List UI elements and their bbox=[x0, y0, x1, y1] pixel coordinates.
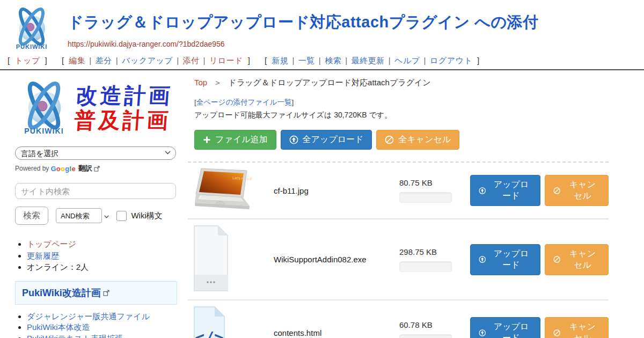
nav-item-search[interactable]: 検索 bbox=[325, 56, 341, 65]
pukiwiki-logo-icon[interactable] bbox=[9, 4, 55, 53]
list-item: トップページ bbox=[27, 239, 177, 249]
google-logo: Google bbox=[50, 165, 76, 173]
nav-item-backup[interactable]: バックアップ bbox=[122, 56, 173, 65]
nav-item-diff[interactable]: 差分 bbox=[96, 56, 112, 65]
file-name: cf-b11.jpg bbox=[274, 186, 399, 195]
translate-label: 翻訳 bbox=[78, 164, 92, 173]
nav-item-recent[interactable]: 最終更新 bbox=[352, 56, 385, 65]
file-size: 60.78 KB bbox=[399, 320, 459, 329]
cancel-file-button[interactable]: キャンセル bbox=[545, 244, 609, 275]
breadcrumb-home-link[interactable]: Top bbox=[194, 78, 207, 87]
sidebar-item-core-mod[interactable]: PukiWiki本体改造 bbox=[27, 322, 90, 332]
bracket: ] bbox=[291, 98, 294, 106]
file-actions: アップロード キャンセル bbox=[470, 317, 609, 338]
upload-file-label: アップロード bbox=[491, 248, 532, 271]
nav-group-top: [ トップ ] bbox=[5, 56, 49, 65]
nav-item-list[interactable]: 一覧 bbox=[298, 56, 315, 65]
upload-file-list: Let's note B cf-b11.jpg 80.75 KB bbox=[188, 161, 609, 338]
sidebar-item-text-ext[interactable]: PukiWikiテキスト表現拡張 bbox=[27, 334, 123, 338]
chevron-down-icon bbox=[104, 215, 109, 218]
file-row: WikiSupportAddin082.exe 298.75 KB アップロード bbox=[188, 218, 609, 299]
nav-item-attach[interactable]: 添付 bbox=[183, 56, 200, 65]
add-files-label: ファイル追加 bbox=[215, 134, 268, 145]
separator: | bbox=[315, 56, 325, 65]
external-link-icon bbox=[103, 290, 109, 296]
upload-file-button[interactable]: アップロード bbox=[470, 175, 540, 206]
nav-item-reload[interactable]: リロード bbox=[209, 56, 243, 65]
cancel-file-button[interactable]: キャンセル bbox=[545, 175, 609, 206]
laptop-photo-thumbnail: Let's note B bbox=[193, 168, 259, 211]
upload-all-button[interactable]: 全アップロード bbox=[281, 130, 372, 150]
sidebar-item-common-files[interactable]: ダジャレンジャー版共通ファイル bbox=[27, 312, 150, 321]
page-url-link[interactable]: https://pukiwiki.dajya-ranger.com/?1bd2d… bbox=[68, 40, 539, 48]
cancel-file-label: キャンセル bbox=[565, 248, 600, 271]
nav-item-logout[interactable]: ログアウト bbox=[430, 56, 472, 65]
cancel-all-label: 全キャンセル bbox=[398, 134, 451, 145]
cancel-file-label: キャンセル bbox=[565, 321, 600, 338]
code-file-icon: </> bbox=[193, 306, 225, 338]
nav-item-help[interactable]: ヘルプ bbox=[394, 56, 420, 65]
page-header: ドラッグ＆ドロップアップロード対応attachプラグイン への添付 https:… bbox=[0, 0, 644, 53]
page-title: ドラッグ＆ドロップアップロード対応attachプラグイン への添付 bbox=[68, 12, 539, 33]
bracket: [ bbox=[5, 56, 12, 65]
search-button[interactable]: 検索 bbox=[15, 207, 48, 225]
svg-text:</>: </> bbox=[195, 328, 224, 338]
sidebar-logo[interactable]: 改造計画 普及計画 bbox=[15, 78, 177, 138]
upload-file-button[interactable]: アップロード bbox=[470, 317, 540, 338]
powered-by-label: Powered by bbox=[15, 165, 49, 172]
pukiwiki-atom-icon bbox=[15, 78, 73, 138]
upload-all-label: 全アップロード bbox=[303, 134, 364, 145]
site-search-input[interactable] bbox=[15, 183, 176, 199]
all-attachments-link[interactable]: 全ページの添付ファイル一覧 bbox=[196, 98, 292, 106]
sidebar-item-top-page[interactable]: トップページ bbox=[27, 239, 76, 248]
separator: | bbox=[173, 56, 182, 65]
breadcrumb-separator: ＞ bbox=[209, 78, 226, 87]
sidebar-section-header[interactable]: PukiWiki改造計画 bbox=[15, 281, 177, 305]
upload-file-label: アップロード bbox=[491, 321, 532, 338]
file-row: Let's note B cf-b11.jpg 80.75 KB bbox=[188, 163, 609, 218]
upload-circle-icon bbox=[479, 255, 486, 264]
ban-icon bbox=[553, 186, 561, 195]
cancel-file-button[interactable]: キャンセル bbox=[545, 317, 609, 338]
file-thumbnail-cell: </> bbox=[188, 306, 274, 338]
separator: | bbox=[288, 56, 298, 65]
nav-item-top[interactable]: トップ bbox=[14, 56, 40, 65]
file-size-cell: 298.75 KB bbox=[399, 247, 459, 272]
nav-item-new[interactable]: 新規 bbox=[272, 56, 288, 65]
upload-circle-icon bbox=[289, 135, 298, 144]
nav-item-edit[interactable]: 編集 bbox=[69, 56, 85, 65]
upload-file-button[interactable]: アップロード bbox=[470, 244, 540, 275]
search-mode-select[interactable]: AND検索 bbox=[56, 208, 102, 223]
main-content: Top ＞ ドラッグ＆ドロップアップロード対応attachプラグイン [全ページ… bbox=[186, 70, 644, 338]
language-select[interactable]: 言語を選択 bbox=[15, 146, 176, 160]
header-text: ドラッグ＆ドロップアップロード対応attachプラグイン への添付 https:… bbox=[68, 4, 539, 48]
google-translate-attribution[interactable]: Powered by Google 翻訳 bbox=[15, 164, 177, 173]
wiki-syntax-label: Wiki構文 bbox=[131, 211, 162, 221]
language-select-wrap: 言語を選択 bbox=[15, 146, 177, 160]
file-thumbnail-cell bbox=[188, 225, 274, 294]
wiki-syntax-checkbox[interactable] bbox=[116, 211, 127, 221]
search-controls: 検索 AND検索 Wiki構文 bbox=[15, 207, 177, 225]
bracket: ] bbox=[475, 56, 482, 65]
breadcrumb-current: ドラッグ＆ドロップアップロード対応attachプラグイン bbox=[229, 78, 431, 87]
attach-list-line: [全ページの添付ファイル一覧] bbox=[194, 98, 609, 107]
external-link-icon bbox=[94, 166, 100, 172]
sidebar-main-links: ダジャレンジャー版共通ファイル PukiWiki本体改造 PukiWikiテキス… bbox=[27, 311, 177, 338]
file-thumbnail-cell: Let's note B bbox=[188, 168, 274, 213]
add-files-button[interactable]: ファイル追加 bbox=[194, 130, 276, 150]
sidebar-quick-links: トップページ 更新履歴 オンライン：2人 bbox=[27, 239, 177, 273]
upload-progress-bar bbox=[399, 334, 452, 338]
file-row: </> contents.html 60.78 KB アップロード bbox=[188, 299, 609, 338]
sidebar-item-history[interactable]: 更新履歴 bbox=[27, 251, 59, 260]
nav-group-page: [ 編集|差分|バックアップ|添付|リロード ] bbox=[60, 56, 252, 65]
separator: | bbox=[200, 56, 209, 65]
ban-icon bbox=[385, 135, 394, 144]
file-size: 298.75 KB bbox=[399, 247, 459, 256]
list-item: オンライン：2人 bbox=[27, 262, 177, 273]
sidebar: 改造計画 普及計画 言語を選択 Powered by Google 翻訳 検索 bbox=[0, 70, 186, 338]
plus-icon bbox=[203, 136, 211, 144]
breadcrumb: Top ＞ ドラッグ＆ドロップアップロード対応attachプラグイン bbox=[194, 78, 609, 88]
bracket: ] bbox=[246, 56, 253, 65]
file-actions: アップロード キャンセル bbox=[470, 244, 609, 275]
cancel-all-button[interactable]: 全キャンセル bbox=[376, 130, 459, 150]
